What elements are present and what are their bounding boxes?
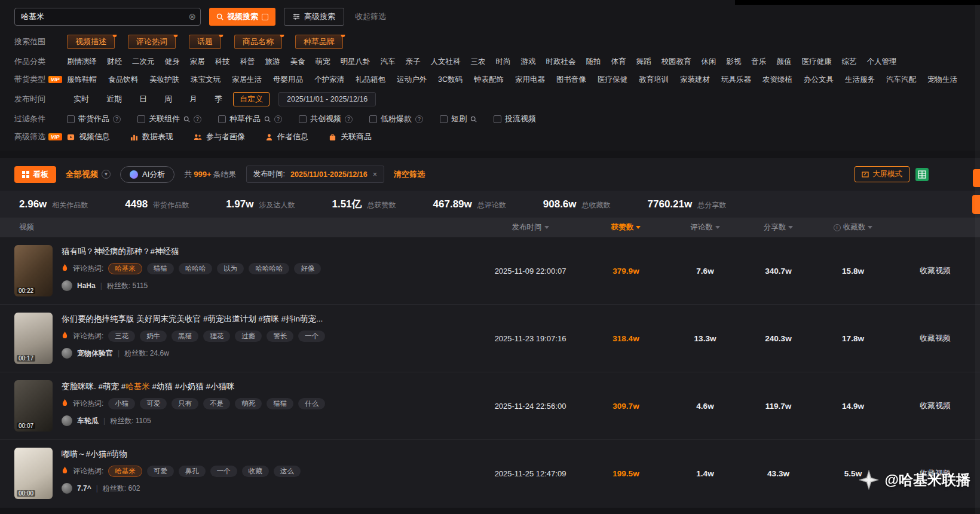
condition-checkbox[interactable]: [494, 115, 501, 123]
collapse-filters-button[interactable]: 收起筛选: [355, 11, 386, 22]
hotword-chip[interactable]: 只有: [172, 398, 198, 409]
ecom-type-option[interactable]: 钟表配饰: [474, 75, 504, 85]
remove-filter-icon[interactable]: ×: [373, 170, 377, 179]
time-option[interactable]: 近期: [100, 92, 128, 106]
category-option[interactable]: 萌宠: [316, 57, 330, 67]
fullscreen-mode-button[interactable]: 大屏模式: [855, 166, 909, 182]
condition-checkbox[interactable]: [137, 115, 145, 123]
category-option[interactable]: 颜值: [777, 57, 792, 67]
col-likes[interactable]: 获赞数: [583, 222, 669, 232]
time-option[interactable]: 自定义: [233, 92, 270, 106]
ecom-type-option[interactable]: 礼品箱包: [356, 75, 385, 85]
condition-item[interactable]: 低粉爆款?: [369, 114, 423, 124]
condition-item[interactable]: 短剧: [440, 114, 477, 124]
author-name[interactable]: 7.7^: [77, 484, 91, 492]
hotword-chip[interactable]: 三花: [108, 331, 135, 342]
all-videos-tab[interactable]: 全部视频 ▼: [66, 169, 111, 180]
condition-item[interactable]: 关联组件?: [137, 114, 201, 124]
author-avatar[interactable]: [62, 483, 72, 494]
scope-option[interactable]: 评论热词: [128, 35, 176, 49]
author-avatar[interactable]: [62, 280, 72, 291]
hotword-chip[interactable]: 一个: [298, 331, 325, 342]
ecom-type-option[interactable]: 图书音像: [556, 75, 586, 85]
advanced-option[interactable]: 关联商品: [329, 131, 372, 142]
condition-checkbox[interactable]: [440, 115, 448, 123]
ecom-type-option[interactable]: 服饰鞋帽: [67, 75, 97, 85]
date-range[interactable]: 2025/11/01 - 2025/12/16: [278, 92, 376, 106]
video-title[interactable]: 猫有吗？神经病的那种？#神经猫: [62, 246, 321, 257]
ecom-type-option[interactable]: 美妆护肤: [149, 75, 179, 85]
scope-option[interactable]: 商品名称: [234, 35, 282, 49]
category-option[interactable]: 个人管理: [867, 57, 897, 67]
time-option[interactable]: 月: [183, 92, 204, 106]
category-option[interactable]: 舞蹈: [636, 57, 651, 67]
hotword-chip[interactable]: 这么: [274, 466, 301, 477]
hotword-chip[interactable]: 哈基米: [108, 263, 142, 274]
category-option[interactable]: 亲子: [406, 57, 421, 67]
category-option[interactable]: 科普: [240, 57, 255, 67]
ecom-type-option[interactable]: 农资绿植: [762, 75, 792, 85]
favorite-video-button[interactable]: 收藏视频: [920, 401, 951, 410]
side-float-tab[interactable]: [973, 169, 980, 187]
advanced-option[interactable]: 参与者画像: [194, 131, 245, 142]
time-option[interactable]: 日: [133, 92, 154, 106]
video-thumbnail[interactable]: 00:17: [14, 313, 53, 364]
ecom-type-option[interactable]: 家装建材: [680, 75, 710, 85]
hotword-chip[interactable]: 狸花: [203, 331, 230, 342]
ecom-type-option[interactable]: 家居生活: [232, 75, 262, 85]
category-option[interactable]: 汽车: [381, 57, 396, 67]
ecom-type-option[interactable]: 运动户外: [397, 75, 427, 85]
category-option[interactable]: 时尚: [496, 57, 511, 67]
hotword-chip[interactable]: 好像: [294, 263, 321, 274]
scope-option[interactable]: 视频描述: [67, 35, 115, 49]
hotword-chip[interactable]: 哈哈哈哈: [249, 263, 289, 274]
category-option[interactable]: 综艺: [842, 57, 857, 67]
author-name[interactable]: 车轮瓜: [77, 416, 99, 426]
category-option[interactable]: 家居: [190, 57, 205, 67]
video-title[interactable]: 变脸咪咪. #萌宠 #哈基米 #幼猫 #小奶猫 #小猫咪: [62, 381, 325, 392]
ecom-type-option[interactable]: 家用电器: [515, 75, 545, 85]
col-publish-time[interactable]: 发布时间: [478, 222, 583, 232]
hotword-chip[interactable]: 可爱: [140, 398, 167, 409]
hotword-chip[interactable]: 不是: [203, 398, 230, 409]
ecom-type-option[interactable]: 母婴用品: [273, 75, 303, 85]
category-option[interactable]: 科技: [215, 57, 230, 67]
date-filter-chip[interactable]: 发布时间: 2025/11/01-2025/12/16 ×: [246, 166, 384, 183]
condition-item[interactable]: 投流视频: [494, 114, 536, 124]
category-option[interactable]: 明星八卦: [341, 57, 370, 67]
favorite-video-button[interactable]: 收藏视频: [920, 334, 951, 342]
category-option[interactable]: 健身: [165, 57, 180, 67]
col-favorites[interactable]: i收藏数: [816, 222, 890, 232]
video-thumbnail[interactable]: 00:07: [14, 380, 53, 432]
condition-item[interactable]: 带货作品?: [67, 114, 121, 124]
hotword-chip[interactable]: 收藏: [242, 466, 269, 477]
ecom-type-option[interactable]: 汽车汽配: [886, 75, 916, 85]
condition-checkbox[interactable]: [299, 115, 307, 123]
category-option[interactable]: 游戏: [521, 57, 536, 67]
hotword-chip[interactable]: 小猫: [108, 398, 135, 409]
ecom-type-option[interactable]: 宠物生活: [927, 75, 957, 85]
clear-search-icon[interactable]: ⊗: [188, 11, 196, 22]
author-avatar[interactable]: [62, 415, 72, 426]
hotword-chip[interactable]: 什么: [298, 398, 325, 409]
hotword-chip[interactable]: 以为: [217, 263, 244, 274]
time-option[interactable]: 季: [208, 92, 229, 106]
ecom-type-option[interactable]: 个护家清: [314, 75, 344, 85]
clear-filters-button[interactable]: 清空筛选: [394, 169, 425, 180]
author-name[interactable]: HaHa: [77, 282, 96, 290]
search-button[interactable]: 视频搜索: [209, 8, 275, 26]
category-option[interactable]: 二次元: [132, 57, 155, 67]
time-option[interactable]: 周: [158, 92, 179, 106]
category-option[interactable]: 休闲: [702, 57, 716, 67]
scope-option[interactable]: 话题: [189, 35, 221, 49]
hotword-chip[interactable]: 猫猫: [267, 398, 293, 409]
category-option[interactable]: 财经: [107, 57, 122, 67]
col-shares[interactable]: 分享数: [741, 222, 816, 232]
video-thumbnail[interactable]: 00:22: [14, 245, 53, 296]
condition-checkbox[interactable]: [369, 115, 377, 123]
ecom-type-option[interactable]: 食品饮料: [108, 75, 138, 85]
category-option[interactable]: 剧情演绎: [67, 57, 97, 67]
author-name[interactable]: 宠物体验官: [77, 348, 113, 359]
video-title[interactable]: 你们要的抱摔纯享版 美好周末完美收官 #萌宠出道计划 #猫咪 #抖in萌宠...: [62, 314, 325, 325]
ecom-type-option[interactable]: 办公文具: [804, 75, 834, 85]
